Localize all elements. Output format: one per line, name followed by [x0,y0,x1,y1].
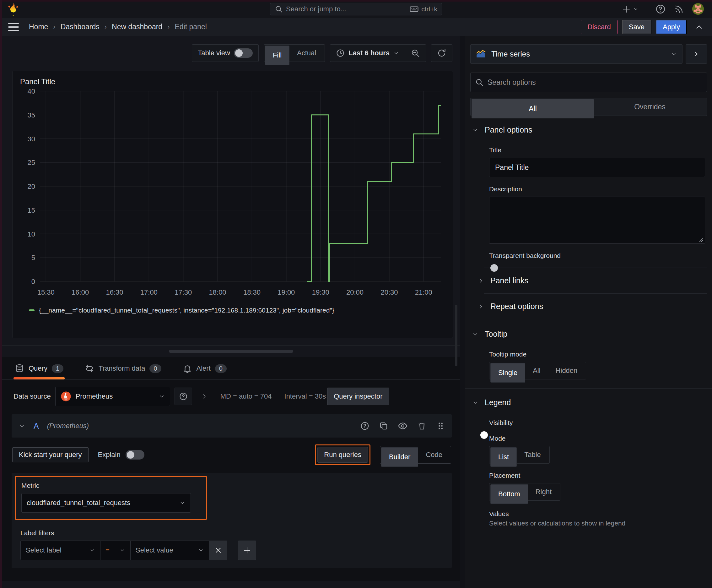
metric-highlight: Metric cloudflared_tunnel_total_requests [15,476,207,520]
select-value-dropdown[interactable]: Select value [131,541,209,560]
svg-text:19:00: 19:00 [278,288,295,296]
legend-mode-table[interactable]: Table [517,447,548,462]
chevron-down-icon [89,547,95,553]
panel-title-input[interactable] [489,158,705,177]
news-rss-icon[interactable] [674,4,684,14]
legend-header[interactable]: Legend [470,388,707,409]
trash-icon[interactable] [417,421,427,430]
avatar[interactable] [692,3,704,15]
metric-select[interactable]: cloudflared_tunnel_total_requests [21,493,191,512]
query-row-header[interactable]: A (Prometheus) [12,414,452,438]
clock-icon [336,49,345,58]
help-icon[interactable] [655,4,666,15]
resize-grip-icon[interactable] [698,237,704,242]
query-builder-body: Metric cloudflared_tunnel_total_requests… [12,473,452,568]
grafana-logo[interactable] [7,2,19,16]
chevron-up-icon[interactable] [694,22,704,32]
refresh-button[interactable] [431,45,452,62]
search-input[interactable] [286,5,406,13]
top-nav: ctrl+k [0,0,712,18]
apply-button[interactable]: Apply [656,20,687,34]
fill-actual-segmented: Fill Actual [264,44,325,62]
explain-label: Explain [98,451,121,459]
options-sidebar: Time series All Overrides [465,36,712,588]
scrollbar-thumb[interactable] [455,305,457,366]
breadcrumb-home[interactable]: Home [29,23,48,31]
tab-transform-count: 0 [149,364,161,373]
legend-swatch [29,309,35,311]
actual-option[interactable]: Actual [289,45,324,61]
pane-divider[interactable] [460,36,460,588]
select-label-dropdown[interactable]: Select label [20,541,101,560]
code-option[interactable]: Code [418,447,450,462]
panel-links-header[interactable]: Panel links [470,268,707,285]
run-queries-button[interactable]: Run queries [317,447,368,463]
repeat-options-header[interactable]: Repeat options [470,294,707,311]
metric-label: Metric [21,482,200,489]
tab-all[interactable]: All [472,99,594,119]
svg-text:25: 25 [28,159,35,166]
menu-icon[interactable] [8,23,19,31]
help-icon[interactable] [360,421,369,430]
time-series-chart[interactable]: 051015202530354015:3016:0016:3017:0017:3… [18,86,448,306]
chart-legend: {__name__="cloudflared_tunnel_total_requ… [18,307,448,314]
legend-placement-right[interactable]: Right [528,484,559,499]
global-search[interactable]: ctrl+k [270,3,442,15]
kick-start-button[interactable]: Kick start your query [12,447,88,462]
explain-toggle[interactable] [126,450,145,460]
select-value-placeholder: Select value [136,546,173,554]
duplicate-icon[interactable] [379,421,388,430]
discard-button[interactable]: Discard [581,20,618,34]
close-icon [214,547,222,554]
table-view-toggle[interactable] [234,48,253,58]
tooltip-mode-all[interactable]: All [525,363,548,378]
svg-text:15: 15 [28,206,35,214]
visualization-select[interactable]: Time series [470,44,683,64]
refresh-icon [437,48,447,58]
panel-options-header[interactable]: Panel options [470,116,707,136]
tab-alert[interactable]: Alert 0 [181,364,228,379]
tooltip-mode-hidden[interactable]: Hidden [548,363,585,378]
plus-icon [243,546,251,554]
eye-icon[interactable] [398,421,408,431]
tooltip-header[interactable]: Tooltip [470,320,707,340]
time-range-picker[interactable]: Last 6 hours [330,45,405,62]
prometheus-logo [61,391,71,402]
options-search-input[interactable] [488,78,702,87]
datasource-help-button[interactable] [175,387,192,405]
builder-option[interactable]: Builder [381,447,418,467]
datasource-select[interactable]: Prometheus [55,387,170,406]
chevron-right-icon[interactable] [201,393,208,400]
nav-divider [647,4,647,15]
add-filter-button[interactable] [238,541,256,560]
drag-handle-icon[interactable] [436,422,445,430]
zoom-out-button[interactable] [405,45,426,62]
options-search[interactable] [470,72,707,92]
edit-pane: Table view Fill Actual Last 6 hours [2,36,460,588]
tab-query[interactable]: Query 1 [14,364,65,379]
query-inspector-button[interactable]: Query inspector [327,387,389,405]
legend-series-label[interactable]: {__name__="cloudflared_tunnel_total_requ… [39,307,335,314]
splitter-drag-handle[interactable] [169,350,293,353]
tab-transform-data[interactable]: Transform data 0 [84,364,162,379]
tab-overrides[interactable]: Overrides [594,99,706,114]
svg-text:5: 5 [31,254,35,261]
query-ref-id: A [34,422,39,430]
panel-title: Panel Title [18,76,448,86]
collapse-options-button[interactable] [686,44,707,64]
chevron-down-icon [393,50,399,56]
save-button[interactable]: Save [622,20,651,34]
legend-placement-bottom[interactable]: Bottom [490,484,528,504]
description-textarea[interactable] [490,197,705,244]
breadcrumb-dashboards[interactable]: Dashboards [61,23,100,31]
legend-mode-list[interactable]: List [490,447,517,467]
tooltip-mode-single[interactable]: Single [490,363,525,383]
chevron-down-icon[interactable] [19,422,25,429]
search-icon [275,5,283,13]
new-menu-button[interactable] [622,4,639,14]
operator-dropdown[interactable]: = [101,541,131,560]
remove-filter-button[interactable] [209,541,227,560]
datasource-label: Data source [14,392,51,400]
fill-option[interactable]: Fill [265,45,289,65]
breadcrumb-new-dashboard[interactable]: New dashboard [112,23,162,31]
